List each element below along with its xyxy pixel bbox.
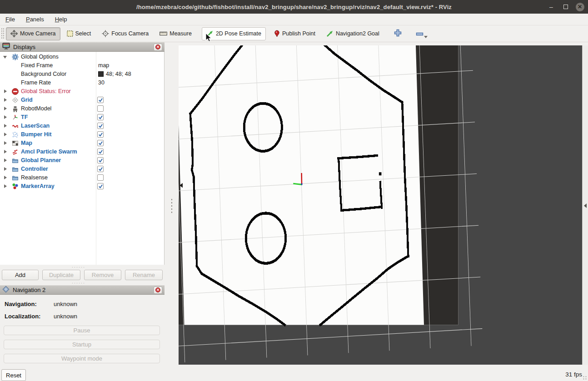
tool-select[interactable]: Select [62,27,96,40]
pause-button[interactable]: Pause [4,326,160,335]
laserscan-checkbox[interactable] [97,123,104,129]
tf-checkbox[interactable] [97,114,104,120]
map-free-space [179,45,458,325]
tree-row-global-status[interactable]: Global Status: Error [0,87,164,96]
tree-row-tf[interactable]: TF [0,113,164,122]
rename-button[interactable]: Rename [125,270,163,280]
collapse-right-panel-arrow-icon[interactable] [584,203,587,208]
tool-publish-point[interactable]: Publish Point [269,27,320,40]
localization-status-label: Localization: [5,313,40,320]
map-checker-icon [12,140,19,147]
tool-dropdown-caret-icon[interactable] [424,36,428,38]
grid-checkbox[interactable] [97,97,104,103]
amcl-checkbox[interactable] [97,148,104,155]
add-button[interactable]: Add [2,270,39,280]
tree-row-frame-rate[interactable]: Frame Rate 30 [0,79,164,87]
startup-button[interactable]: Startup [4,340,160,349]
tree-row-realsense[interactable]: Realsense [0,173,164,182]
waypoint-mode-button[interactable]: Waypoint mode [4,354,160,363]
close-window-button[interactable]: ✕ [573,0,586,14]
bumper-dots-icon [12,131,19,138]
tree-row-fixed-frame[interactable]: Fixed Frame map [0,61,164,70]
expander-right-icon[interactable] [4,124,7,128]
expander-right-icon[interactable] [4,184,7,188]
localization-status-value: unknown [54,313,77,320]
displays-tree: Global Options Fixed Frame map Backgroun… [0,52,164,265]
reset-button[interactable]: Reset [1,369,26,381]
publish-point-pin-icon [274,30,280,37]
expander-right-icon[interactable] [4,141,7,145]
displays-panel-header[interactable]: Displays ✕ [0,42,164,52]
tree-row-grid[interactable]: Grid [0,96,164,104]
window-title: /home/mzebra/code/github/fishbot/install… [136,4,452,10]
expander-right-icon[interactable] [4,150,7,153]
resize-grip[interactable] [583,376,587,380]
frame-rate-value[interactable]: 30 [98,79,105,86]
expander-right-icon[interactable] [4,89,7,93]
expander-right-icon[interactable] [4,107,7,110]
tool-measure[interactable]: Measure [155,27,196,40]
mouse-cursor [205,33,213,43]
focus-camera-icon [102,30,109,37]
map-obstacle-dot [379,172,382,175]
markerarray-checkbox[interactable] [97,183,104,189]
displays-close-button[interactable]: ✕ [154,44,162,51]
menu-file[interactable]: File [0,14,20,25]
nav2-goal-arrow-icon [326,30,334,37]
expander-right-icon[interactable] [4,167,7,171]
tool-move-camera[interactable]: Move Camera [6,27,60,40]
toolbar-drag-handle[interactable] [1,28,4,40]
tree-row-background-color[interactable]: Background Color 48; 48; 48 [0,70,164,79]
controller-checkbox[interactable] [97,166,104,172]
expander-right-icon[interactable] [4,158,7,162]
navigation2-close-button[interactable]: ✕ [154,287,162,294]
map-checkbox[interactable] [97,140,104,146]
menu-help[interactable]: Help [50,14,73,25]
expander-right-icon[interactable] [4,98,7,102]
minimize-button[interactable]: – [544,0,558,14]
move-camera-icon [10,30,18,37]
global-planner-checkbox[interactable] [97,157,104,163]
navigation2-panel-title: Navigation 2 [13,287,154,293]
right-panel-gutter[interactable] [582,45,588,365]
folder-icon [12,174,19,181]
duplicate-button[interactable]: Duplicate [42,270,80,280]
tree-row-laserscan[interactable]: LaserScan [0,122,164,130]
panel-splitter-handle[interactable]: ······ [72,281,85,285]
tree-row-map[interactable]: Map [0,139,164,148]
navigation-status-value: unknown [54,301,77,307]
error-icon [12,88,19,95]
displays-monitor-icon [2,43,10,51]
left-splitter-handle[interactable] [170,198,173,213]
expander-right-icon[interactable] [4,115,7,119]
realsense-checkbox[interactable] [97,174,104,181]
tool-focus-camera[interactable]: Focus Camera [97,27,153,40]
navigation2-panel-header[interactable]: Navigation 2 ✕ [0,285,164,295]
color-swatch [98,71,104,77]
folder-icon [12,157,19,164]
panel-splitter-handle[interactable]: ······ [72,265,85,269]
remove-tool-button[interactable] [413,27,427,40]
minus-icon [416,30,424,38]
tool-navigation2-goal[interactable]: Navigation2 Goal [322,27,384,40]
3d-viewport[interactable] [179,45,582,365]
tree-row-global-options[interactable]: Global Options [0,53,164,61]
tree-row-bumper-hit[interactable]: Bumper Hit [0,130,164,139]
tree-row-robotmodel[interactable]: RobotModel [0,104,164,113]
expander-down-icon[interactable] [3,56,7,59]
tree-row-markerarray[interactable]: MarkerArray [0,182,164,191]
tree-row-amcl-particle-swarm[interactable]: Amcl Particle Swarm [0,148,164,156]
fixed-frame-value[interactable]: map [98,62,109,69]
expander-right-icon[interactable] [4,133,7,136]
bumper-hit-checkbox[interactable] [97,131,104,138]
robotmodel-checkbox[interactable] [97,105,104,112]
menu-panels[interactable]: Panels [20,14,50,25]
close-icon: ✕ [155,287,160,292]
tree-row-controller[interactable]: Controller [0,165,164,173]
tree-row-global-planner[interactable]: Global Planner [0,156,164,165]
remove-button[interactable]: Remove [84,270,121,280]
background-color-value[interactable]: 48; 48; 48 [98,71,131,77]
add-tool-button[interactable] [391,27,405,40]
maximize-button[interactable] [559,0,573,14]
expander-right-icon[interactable] [4,176,7,179]
